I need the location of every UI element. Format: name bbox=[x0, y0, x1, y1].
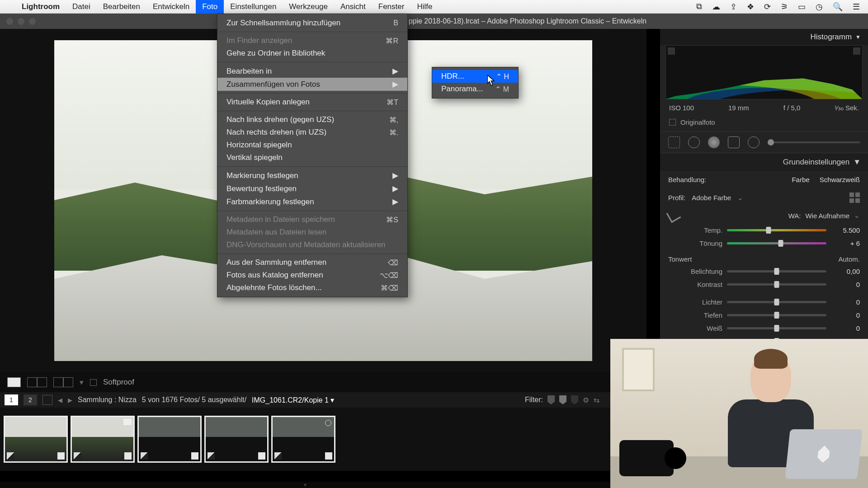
tray-icon[interactable]: ⟳ bbox=[764, 2, 771, 12]
basic-panel-header[interactable]: Grundeinstellungen▼ bbox=[660, 153, 868, 171]
menubar-item-fenster[interactable]: Fenster bbox=[372, 0, 411, 14]
app-name[interactable]: Lightroom bbox=[15, 2, 66, 11]
profile-browser-icon[interactable] bbox=[849, 192, 860, 203]
filmstrip-thumb[interactable] bbox=[204, 416, 269, 463]
zoom-window-button[interactable] bbox=[29, 18, 36, 25]
wb-preset-dropdown[interactable]: Wie Aufnahme bbox=[805, 212, 849, 220]
filmstrip-grabber[interactable]: ▾ bbox=[0, 482, 610, 488]
copy-button[interactable] bbox=[63, 377, 73, 387]
close-window-button[interactable] bbox=[6, 18, 13, 25]
menubar-item-werkzeuge[interactable]: Werkzeuge bbox=[283, 0, 334, 14]
tray-icon[interactable]: ☁ bbox=[712, 2, 720, 12]
auto-tone-button[interactable]: Autom. bbox=[838, 255, 860, 263]
tray-icon[interactable]: ⇪ bbox=[730, 2, 737, 12]
temp-slider[interactable] bbox=[727, 229, 826, 231]
exposure-slider[interactable] bbox=[727, 270, 826, 272]
menu-item[interactable]: Zur Schnellsammlung hinzufügenB bbox=[217, 17, 407, 29]
submenu-arrow-icon: ▶ bbox=[392, 171, 398, 180]
tray-icon[interactable]: ❖ bbox=[747, 2, 754, 12]
wifi-icon[interactable]: ⚞ bbox=[781, 2, 788, 12]
menu-item[interactable]: Fotos aus Katalog entfernen⌥⌫ bbox=[217, 269, 407, 282]
tone-header: Tonwert bbox=[668, 255, 692, 263]
menu-item[interactable]: Virtuelle Kopien anlegen⌘T bbox=[217, 96, 407, 108]
grad-tool-icon[interactable] bbox=[728, 136, 740, 148]
menubar-item-foto[interactable]: Foto bbox=[196, 0, 224, 14]
tint-slider[interactable] bbox=[727, 242, 826, 244]
contrast-slider[interactable] bbox=[727, 283, 826, 286]
spot-tool-icon[interactable] bbox=[688, 136, 700, 148]
menu-item[interactable]: Nach links drehen (gegen UZS)⌘, bbox=[217, 113, 407, 126]
nav-back-button[interactable]: ◂ bbox=[58, 394, 62, 405]
menubar-item-datei[interactable]: Datei bbox=[66, 0, 97, 14]
shadows-slider[interactable] bbox=[727, 314, 826, 316]
minimize-window-button[interactable] bbox=[18, 18, 24, 25]
filmstrip[interactable] bbox=[0, 408, 610, 471]
monitor-2-button[interactable]: 2 bbox=[24, 394, 37, 405]
submenu-item[interactable]: Panorama...⌃ M bbox=[432, 83, 518, 95]
flag-pick-filter[interactable] bbox=[547, 395, 555, 404]
highlight-clipping-icon[interactable] bbox=[853, 47, 860, 55]
treatment-label: Behandlung: bbox=[668, 176, 706, 183]
filmstrip-info-bar: 1 2 ◂ ▸ Sammlung : Nizza 5 von 1676 Foto… bbox=[0, 392, 610, 408]
loupe-view-button[interactable] bbox=[7, 377, 21, 387]
originalfoto-checkbox[interactable] bbox=[669, 119, 676, 126]
shadow-clipping-icon[interactable] bbox=[668, 47, 675, 55]
whites-slider[interactable] bbox=[727, 327, 826, 329]
clock-icon[interactable]: ◷ bbox=[816, 2, 823, 12]
flag-reject-filter[interactable] bbox=[571, 395, 578, 404]
filmstrip-thumb[interactable] bbox=[4, 416, 68, 463]
spotlight-icon[interactable]: 🔍 bbox=[833, 2, 843, 12]
menu-item[interactable]: Bewertung festlegen▶ bbox=[217, 182, 407, 195]
wb-eyedropper-icon[interactable] bbox=[666, 208, 681, 223]
picture-frame bbox=[622, 348, 655, 391]
histogram-panel-header[interactable]: Histogramm▼ bbox=[660, 29, 868, 45]
menubar-item-ansicht[interactable]: Ansicht bbox=[334, 0, 372, 14]
filter-options-icon[interactable]: ⚙ bbox=[583, 396, 589, 404]
hamburger-icon[interactable]: ☰ bbox=[853, 2, 860, 12]
collapse-icon: ▼ bbox=[853, 158, 861, 167]
menu-item[interactable]: Nach rechts drehen (im UZS)⌘. bbox=[217, 126, 407, 139]
flag-unflag-filter[interactable] bbox=[559, 395, 566, 404]
mask-slider[interactable] bbox=[768, 141, 860, 143]
filmstrip-thumb[interactable] bbox=[271, 416, 335, 463]
menu-item[interactable]: Markierung festlegen▶ bbox=[217, 169, 407, 182]
menu-item[interactable]: Horizontal spiegeln bbox=[217, 139, 407, 151]
develop-toolbar: ▾ Softproof bbox=[0, 372, 610, 392]
menubar-item-einstellungen[interactable]: Einstellungen bbox=[224, 0, 283, 14]
profile-value[interactable]: Adobe Farbe bbox=[692, 194, 731, 202]
filmstrip-thumb[interactable] bbox=[137, 416, 202, 463]
submenu-item[interactable]: HDR...⌃ H bbox=[432, 70, 518, 83]
battery-icon[interactable]: ▭ bbox=[798, 2, 806, 12]
histogram[interactable] bbox=[665, 45, 863, 99]
menubar-item-bearbeiten[interactable]: Bearbeiten bbox=[97, 0, 146, 14]
before-after-lr-button[interactable] bbox=[27, 377, 37, 387]
swap-button[interactable] bbox=[53, 377, 63, 387]
filmstrip-thumb[interactable] bbox=[71, 416, 135, 463]
redeye-tool-icon[interactable] bbox=[708, 136, 720, 148]
tray-icon[interactable]: ⧉ bbox=[696, 2, 702, 11]
crop-tool-icon[interactable] bbox=[668, 136, 680, 148]
menu-item[interactable]: Aus der Sammlung entfernen⌫ bbox=[217, 256, 407, 269]
menubar-item-hilfe[interactable]: Hilfe bbox=[410, 0, 439, 14]
treatment-color[interactable]: Farbe bbox=[792, 176, 809, 183]
menu-item[interactable]: Gehe zu Ordner in Bibliothek bbox=[217, 47, 407, 60]
radial-tool-icon[interactable] bbox=[748, 136, 760, 148]
current-file[interactable]: IMG_1061.CR2/Kopie 1 ▾ bbox=[252, 396, 334, 404]
menubar-item-entwickeln[interactable]: Entwickeln bbox=[146, 0, 196, 14]
menu-item[interactable]: Bearbeiten in▶ bbox=[217, 65, 407, 78]
collection-path[interactable]: Sammlung : Nizza bbox=[78, 396, 137, 404]
before-after-tb-button[interactable] bbox=[37, 377, 47, 387]
wb-label: WA: bbox=[788, 212, 801, 220]
menubar-tray: ⧉ ☁ ⇪ ❖ ⟳ ⚞ ▭ ◷ 🔍 ☰ bbox=[696, 2, 868, 12]
softproof-checkbox[interactable] bbox=[90, 379, 97, 386]
menu-item[interactable]: Farbmarkierung festlegen▶ bbox=[217, 195, 407, 208]
nav-fwd-button[interactable]: ▸ bbox=[68, 394, 72, 405]
menu-item[interactable]: Zusammenfügen von Fotos▶ bbox=[217, 78, 407, 91]
menu-item[interactable]: Vertikal spiegeln bbox=[217, 151, 407, 164]
menu-item[interactable]: Abgelehnte Fotos löschen...⌘⌫ bbox=[217, 282, 407, 294]
monitor-1-button[interactable]: 1 bbox=[5, 394, 18, 405]
highlights-slider[interactable] bbox=[727, 301, 826, 303]
filter-lock-icon[interactable]: ⇆ bbox=[594, 396, 599, 404]
grid-view-icon[interactable] bbox=[42, 395, 52, 405]
treatment-bw[interactable]: Schwarzweiß bbox=[820, 176, 860, 183]
